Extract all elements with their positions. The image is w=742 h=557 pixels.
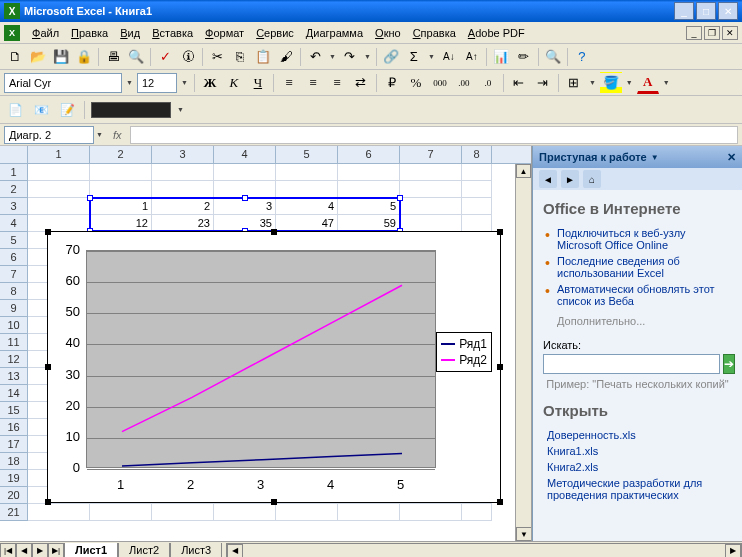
col-header[interactable]: 7 [400,146,462,163]
recent-file-link[interactable]: Книга2.xls [547,461,598,473]
align-right-icon[interactable]: ≡ [326,72,348,94]
cell[interactable] [338,181,400,198]
row-header[interactable]: 17 [0,436,28,453]
legend-item[interactable]: Ряд2 [441,352,487,368]
hyperlink-icon[interactable]: 🔗 [380,46,402,68]
cell[interactable] [28,504,90,521]
align-left-icon[interactable]: ≡ [278,72,300,94]
cell[interactable] [214,164,276,181]
cell[interactable] [400,215,462,232]
percent-icon[interactable]: % [405,72,427,94]
sheet-tab[interactable]: Лист3 [170,543,222,557]
save-icon[interactable]: 💾 [50,46,72,68]
redo-icon[interactable]: ↷ [339,46,361,68]
decrease-decimal-icon[interactable]: .0 [477,72,499,94]
menu-вставка[interactable]: Вставка [146,25,199,41]
row-header[interactable]: 19 [0,470,28,487]
cell[interactable] [400,164,462,181]
tab-nav-button[interactable]: ▶| [48,543,64,558]
row-header[interactable]: 8 [0,283,28,300]
increase-decimal-icon[interactable]: .00 [453,72,475,94]
mdi-restore-button[interactable]: ❐ [704,26,720,40]
permissions-icon[interactable]: 🔒 [73,46,95,68]
row-header[interactable]: 2 [0,181,28,198]
task-pane-back-icon[interactable]: ◄ [539,170,557,188]
menu-вид[interactable]: Вид [114,25,146,41]
fill-color-icon[interactable]: 🪣 [600,72,622,94]
vertical-scrollbar[interactable]: ▲ ▼ [515,164,531,541]
task-pane-home-icon[interactable]: ⌂ [583,170,601,188]
chart-plot-area[interactable] [86,250,436,468]
row-header[interactable]: 6 [0,249,28,266]
minimize-button[interactable]: _ [674,2,694,20]
cell[interactable] [400,181,462,198]
undo-icon[interactable]: ↶ [304,46,326,68]
tab-nav-button[interactable]: ◀ [16,543,32,558]
recent-file-link[interactable]: Книга1.xls [547,445,598,457]
row-header[interactable]: 20 [0,487,28,504]
format-painter-icon[interactable]: 🖌 [275,46,297,68]
row-header[interactable]: 10 [0,317,28,334]
line-style-select[interactable] [91,102,171,118]
decrease-indent-icon[interactable]: ⇤ [508,72,530,94]
col-header[interactable]: 5 [276,146,338,163]
cell[interactable]: 3 [214,198,276,215]
cell[interactable]: 4 [276,198,338,215]
cell[interactable] [152,164,214,181]
sheet-tab[interactable]: Лист1 [64,543,118,557]
maximize-button[interactable]: □ [696,2,716,20]
cell[interactable] [462,215,492,232]
row-header[interactable]: 16 [0,419,28,436]
task-pane-forward-icon[interactable]: ► [561,170,579,188]
cell[interactable]: 23 [152,215,214,232]
cell[interactable] [90,164,152,181]
formula-input[interactable] [130,126,739,144]
cell[interactable] [28,215,90,232]
worksheet-area[interactable]: 12345678 1234567891011121314151617181920… [0,146,532,541]
comma-icon[interactable]: 000 [429,72,451,94]
task-pane-close-icon[interactable]: ✕ [727,151,736,164]
row-header[interactable]: 1 [0,164,28,181]
font-size-select[interactable] [137,73,177,93]
name-box-dropdown[interactable]: ▼ [94,131,105,138]
cell[interactable]: 2 [152,198,214,215]
row-header[interactable]: 7 [0,266,28,283]
cell[interactable] [276,164,338,181]
cell[interactable] [28,198,90,215]
chart-wizard-icon[interactable]: 📊 [490,46,512,68]
cell[interactable] [152,181,214,198]
cell[interactable] [338,504,400,521]
col-header[interactable]: 2 [90,146,152,163]
cell[interactable] [214,504,276,521]
borders-icon[interactable]: ⊞ [563,72,585,94]
underline-button[interactable]: Ч [247,72,269,94]
sort-asc-icon[interactable]: A↓ [438,46,460,68]
row-header[interactable]: 21 [0,504,28,521]
mdi-close-button[interactable]: ✕ [722,26,738,40]
search-go-button[interactable]: ➔ [723,354,735,374]
help-icon[interactable]: ? [571,46,593,68]
open-icon[interactable]: 📂 [27,46,49,68]
cell[interactable]: 5 [338,198,400,215]
bold-button[interactable]: Ж [199,72,221,94]
menu-окно[interactable]: Окно [369,25,407,41]
menu-диаграмма[interactable]: Диаграмма [300,25,369,41]
cell[interactable] [462,198,492,215]
cell[interactable] [90,181,152,198]
menu-сервис[interactable]: Сервис [250,25,300,41]
merge-center-icon[interactable]: ⇄ [350,72,372,94]
copy-icon[interactable]: ⎘ [229,46,251,68]
spelling-icon[interactable]: ✓ [154,46,176,68]
row-header[interactable]: 18 [0,453,28,470]
tab-nav-button[interactable]: |◀ [0,543,16,558]
print-icon[interactable]: 🖶 [102,46,124,68]
row-header[interactable]: 11 [0,334,28,351]
print-preview-icon[interactable]: 🔍 [125,46,147,68]
col-header[interactable]: 6 [338,146,400,163]
row-header[interactable]: 3 [0,198,28,215]
embedded-chart[interactable]: 010203040506070 12345 Ряд1Ряд2 [47,231,501,503]
menu-файл[interactable]: Файл [26,25,65,41]
mdi-minimize-button[interactable]: _ [686,26,702,40]
cell[interactable] [462,164,492,181]
pdf-review-icon[interactable]: 📝 [56,99,78,121]
